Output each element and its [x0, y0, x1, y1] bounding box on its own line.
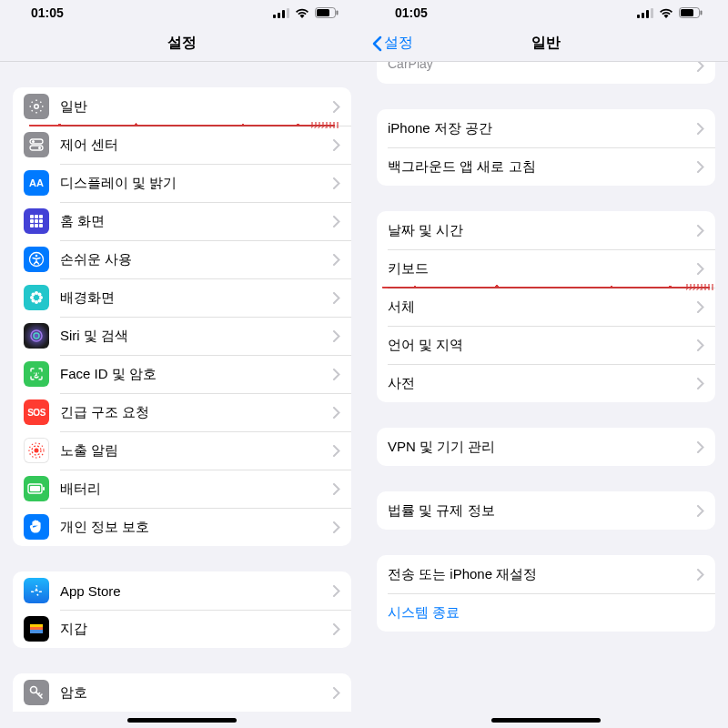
row-passwords[interactable]: 암호: [13, 673, 351, 712]
general-content[interactable]: CarPlay iPhone 저장 공간 백그라운드 앱 새로 고침 날짜 및 …: [364, 62, 728, 728]
svg-point-27: [32, 293, 35, 297]
status-time: 01:05: [31, 5, 64, 20]
row-label: 손쉬운 사용: [60, 251, 333, 268]
row-label: 언어 및 지역: [388, 337, 697, 354]
row-keyboard[interactable]: 키보드: [377, 249, 715, 288]
svg-rect-40: [43, 487, 45, 490]
accessibility-icon: [24, 247, 49, 272]
sos-icon: SOS: [24, 399, 49, 425]
row-background-refresh[interactable]: 백그라운드 앱 새로 고침: [377, 147, 715, 186]
page-title: 설정: [167, 34, 197, 53]
row-date-time[interactable]: 날짜 및 시간: [377, 211, 715, 249]
row-label: 노출 알림: [60, 442, 333, 460]
chevron-right-icon: [697, 301, 704, 313]
svg-point-32: [31, 330, 42, 341]
row-home-screen[interactable]: 홈 화면: [13, 202, 351, 240]
row-label: 키보드: [388, 260, 697, 278]
siri-icon: [24, 323, 49, 349]
row-label: iPhone 저장 공간: [388, 120, 697, 137]
svg-rect-50: [651, 8, 653, 18]
row-privacy[interactable]: 개인 정보 보호: [13, 508, 351, 546]
svg-point-36: [35, 449, 39, 453]
svg-point-9: [32, 140, 35, 143]
gear-icon: [24, 94, 49, 119]
row-transfer-reset[interactable]: 전송 또는 iPhone 재설정: [377, 555, 715, 593]
row-carplay[interactable]: CarPlay: [377, 62, 715, 84]
svg-rect-48: [642, 13, 644, 18]
row-label: Face ID 및 암호: [60, 366, 333, 383]
row-wallpaper[interactable]: 배경화면: [13, 278, 351, 317]
svg-point-11: [38, 147, 41, 149]
settings-group-store: App Store 지갑: [13, 571, 351, 648]
flower-icon: [24, 285, 49, 310]
svg-rect-3: [287, 8, 289, 18]
nav-bar: 설정: [0, 25, 364, 62]
home-indicator[interactable]: [491, 718, 601, 723]
chevron-right-icon: [697, 263, 704, 275]
row-vpn[interactable]: VPN 및 기기 관리: [377, 428, 715, 466]
svg-rect-6: [337, 11, 339, 15]
chevron-right-icon: [333, 177, 340, 189]
settings-group-system: 일반 제어 센터 AA 디스플레이 및 밝기 홈 화면: [13, 87, 351, 546]
group-legal: 법률 및 규제 정보: [377, 491, 715, 530]
row-legal[interactable]: 법률 및 규제 정보: [377, 491, 715, 530]
row-appstore[interactable]: App Store: [13, 571, 351, 610]
svg-rect-2: [282, 10, 285, 18]
row-siri[interactable]: Siri 및 검색: [13, 317, 351, 355]
svg-rect-14: [39, 215, 43, 218]
chevron-right-icon: [333, 139, 340, 151]
chevron-right-icon: [697, 569, 704, 581]
battery-icon: [315, 7, 339, 18]
exposure-icon: [24, 438, 49, 463]
svg-rect-19: [35, 224, 38, 228]
row-battery[interactable]: 배터리: [13, 470, 351, 508]
row-sos[interactable]: SOS 긴급 구조 요청: [13, 393, 351, 431]
chevron-right-icon: [333, 292, 340, 304]
chevron-right-icon: [333, 585, 340, 597]
chevron-right-icon: [333, 521, 340, 533]
row-fonts[interactable]: 서체: [377, 288, 715, 326]
row-language-region[interactable]: 언어 및 지역: [377, 326, 715, 364]
wallet-icon: [24, 616, 49, 642]
svg-rect-52: [681, 9, 693, 16]
svg-point-31: [35, 296, 38, 299]
row-wallet[interactable]: 지갑: [13, 610, 351, 648]
svg-rect-47: [637, 15, 640, 18]
row-label: 지갑: [60, 621, 333, 638]
status-icons: [273, 7, 339, 18]
row-shutdown[interactable]: 시스템 종료: [377, 593, 715, 632]
chevron-right-icon: [333, 623, 340, 635]
chevron-right-icon: [333, 483, 340, 495]
row-label: 사전: [388, 375, 697, 392]
back-label: 설정: [384, 34, 413, 53]
row-label: 긴급 구조 요청: [60, 404, 333, 421]
key-icon: [24, 680, 49, 705]
svg-rect-18: [30, 224, 34, 228]
svg-point-26: [39, 296, 43, 299]
chevron-right-icon: [697, 441, 704, 453]
row-general[interactable]: 일반: [13, 87, 351, 126]
cellular-icon: [637, 8, 653, 18]
row-dictionary[interactable]: 사전: [377, 364, 715, 402]
row-control-center[interactable]: 제어 센터: [13, 126, 351, 164]
row-label: 개인 정보 보호: [60, 519, 333, 536]
row-label: 디스플레이 및 밝기: [60, 175, 333, 192]
chevron-right-icon: [697, 339, 704, 351]
status-icons: [637, 7, 703, 18]
row-iphone-storage[interactable]: iPhone 저장 공간: [377, 109, 715, 147]
settings-group-passwords: 암호: [13, 673, 351, 712]
home-indicator[interactable]: [127, 718, 237, 723]
row-label: App Store: [60, 583, 333, 599]
svg-rect-41: [30, 486, 40, 491]
row-display[interactable]: AA 디스플레이 및 밝기: [13, 164, 351, 202]
chevron-right-icon: [333, 254, 340, 266]
back-button[interactable]: 설정: [371, 25, 413, 61]
status-bar: 01:05: [0, 0, 364, 25]
row-faceid[interactable]: Face ID 및 암호: [13, 355, 351, 393]
settings-content[interactable]: 일반 제어 센터 AA 디스플레이 및 밝기 홈 화면: [0, 62, 364, 728]
svg-point-28: [38, 293, 42, 297]
chevron-left-icon: [371, 35, 382, 52]
row-label: 일반: [60, 98, 333, 116]
row-accessibility[interactable]: 손쉬운 사용: [13, 240, 351, 278]
row-exposure[interactable]: 노출 알림: [13, 431, 351, 470]
